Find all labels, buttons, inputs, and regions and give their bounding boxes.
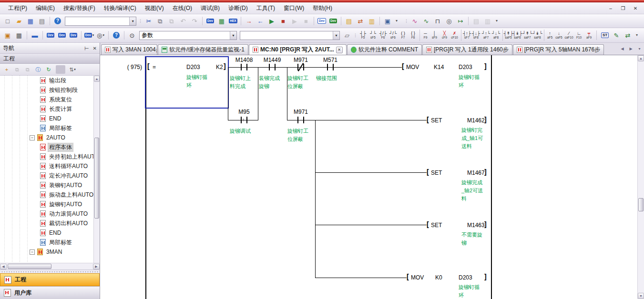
tree-item[interactable]: END	[0, 228, 93, 238]
toolbar-button[interactable]: HEX	[228, 16, 238, 26]
menu-item[interactable]: 帮助(H)	[308, 4, 337, 12]
toolbar-button[interactable]: ?	[111, 30, 122, 40]
toolbar-button[interactable]	[341, 17, 341, 25]
tree-item[interactable]: 系统复位	[0, 95, 93, 104]
contact-m1408[interactable]	[238, 64, 250, 70]
toolbar-button[interactable]: ⊙	[127, 30, 137, 40]
tree-item[interactable]: 裁切出料AUTO	[0, 219, 93, 228]
menu-item[interactable]: 编辑(E)	[31, 4, 59, 12]
toolbar-button[interactable]	[468, 17, 469, 25]
tree-item[interactable]: END	[0, 114, 93, 123]
tree-item[interactable]: 定长冲孔AUTO	[0, 171, 93, 180]
toolbar-button[interactable]: Dev	[328, 16, 338, 26]
scroll-right-icon[interactable]: ▶	[93, 264, 100, 269]
tree-item[interactable]: 动力滚筒AUTO	[0, 209, 93, 219]
editor-tab[interactable]: 软元件/缓冲存储器批量监视-1	[158, 44, 248, 55]
toolbar-button[interactable]: ▥	[367, 16, 377, 26]
tree-item[interactable]: 按钮控制段	[0, 85, 93, 95]
tab-scroll-icon[interactable]: ◀	[619, 45, 626, 52]
toolbar-button[interactable]: ▣	[2, 30, 13, 40]
panel-splitter[interactable]	[0, 269, 100, 273]
tree-hscrollbar-thumb[interactable]	[8, 264, 51, 269]
editor-tab[interactable]: 软元件注释 COMMENT	[347, 44, 422, 55]
toolbar-button[interactable]: ∿	[421, 16, 431, 26]
toolbar-button[interactable]: Dev	[205, 16, 215, 26]
tree-item[interactable]: 送料循环AUTO	[0, 161, 93, 171]
tree-expander-icon[interactable]: −	[30, 249, 35, 255]
ladder-symbol-button[interactable]: ┯aF9	[584, 30, 594, 41]
toolbar-button[interactable]: ✂	[143, 16, 154, 26]
tree-item[interactable]: − 3MAN	[0, 247, 93, 257]
nav-toolbar-button[interactable]: ↻	[44, 65, 53, 74]
combo-dropdown-icon[interactable]: ▼	[230, 31, 236, 40]
nav-toolbar-button[interactable]: ⇅▾	[68, 65, 77, 74]
tab-scroll-icon[interactable]: ▾	[636, 45, 643, 52]
tree-item[interactable]: − 2AUTO	[0, 133, 93, 142]
combo-dropdown-icon[interactable]: ▼	[129, 17, 136, 25]
ladder-symbol-button[interactable]: ┤↟├saF5	[502, 30, 512, 41]
scroll-down-icon[interactable]: ▼	[638, 293, 644, 299]
toolbar-button[interactable]: ✎	[611, 30, 622, 40]
toolbar-button[interactable]: Dev	[45, 30, 56, 40]
navigation-close-icon[interactable]: ✕	[93, 46, 97, 51]
toolbar-button[interactable]: ▰	[14, 16, 24, 26]
tree-item[interactable]: 程序本体	[0, 142, 93, 152]
tree-item[interactable]: 局部标签	[0, 123, 93, 133]
editor-tab[interactable]: MC:N0 [PRG]R 写入 2AUT... ✕	[249, 44, 347, 55]
keyword-combo-input[interactable]	[140, 32, 230, 39]
scroll-up-icon[interactable]: ▲	[638, 55, 644, 61]
toolbar-button[interactable]: ▱	[342, 30, 352, 40]
menu-item[interactable]: 诊断(D)	[224, 4, 252, 12]
toolbar-button[interactable]: Dev	[57, 30, 67, 40]
toolbar-button[interactable]: →	[244, 16, 254, 26]
tree-horizontal-scrollbar[interactable]: ◀ ▶	[0, 263, 100, 269]
toolbar-button[interactable]: ▶	[266, 16, 277, 26]
toolbar-button[interactable]: ▶	[289, 16, 300, 26]
ladder-symbol-button[interactable]: ✗cF10	[450, 30, 460, 41]
tree-item[interactable]: 夹持初始上料AUT	[0, 152, 93, 161]
toolbar-button[interactable]: ↦	[455, 16, 466, 26]
toolbar-button[interactable]: ST	[600, 30, 610, 40]
menu-item[interactable]: 调试(B)	[196, 4, 224, 12]
editor-tab[interactable]: [PRG]R 写入 1通用段 1460步	[422, 44, 512, 55]
ladder-symbol-button[interactable]: ┤↡├saF6	[512, 30, 522, 41]
ladder-symbol-button[interactable]: ┤↑├sF7	[461, 30, 471, 41]
menu-item[interactable]: 在线(O)	[168, 4, 196, 12]
project-combo[interactable]: ▼	[65, 17, 136, 26]
toolbar-button[interactable]	[50, 17, 50, 25]
instruction-set2[interactable]: SET	[431, 169, 442, 176]
toolbar-button[interactable]: ⧉	[166, 16, 177, 26]
menu-item[interactable]: 视图(V)	[141, 4, 168, 12]
nav-view-button[interactable]: 工程	[0, 273, 100, 286]
tree-item[interactable]: 旋铆钉AUTO	[0, 199, 93, 209]
scroll-left-icon[interactable]: ◀	[0, 264, 7, 269]
toolbar-button[interactable]: ↶	[178, 16, 188, 26]
toolbar-button[interactable]	[124, 31, 124, 40]
ladder-symbol-button[interactable]: ┘└sF5	[368, 30, 378, 41]
toolbar-button[interactable]: Dev	[68, 30, 79, 40]
ladder-symbol-button[interactable]: │sF9	[429, 30, 440, 41]
toolbar-button[interactable]	[108, 31, 109, 40]
contact-m971-nc[interactable]	[295, 64, 307, 70]
toolbar-button[interactable]: ▤	[471, 16, 481, 26]
compare-arg2[interactable]: K2	[216, 64, 223, 70]
compare-operator[interactable]: =	[153, 64, 156, 70]
toolbar-button[interactable]	[202, 17, 203, 25]
menu-item[interactable]: 窗口(W)	[279, 4, 308, 12]
ladder-symbol-button[interactable]: ┘↟└saF7	[522, 30, 532, 41]
toolbar-button[interactable]: ▬	[30, 30, 40, 40]
toolbar-button[interactable]	[379, 17, 380, 25]
toolbar-button[interactable]: Dev	[317, 16, 327, 26]
toolbar-button[interactable]: ▣	[382, 16, 393, 26]
ladder-symbol-button[interactable]: { }F8	[408, 30, 418, 41]
toolbar-button[interactable]: ⧉	[155, 16, 165, 26]
device-combo[interactable]: ▼	[240, 31, 340, 40]
ladder-symbol-button[interactable]: ┘/└sF6	[388, 30, 398, 41]
toolbar-button[interactable]: ◎▾	[95, 30, 106, 40]
pin-icon[interactable]: ⊥	[83, 46, 90, 50]
contact-m971-no[interactable]	[295, 117, 307, 123]
editor-tab[interactable]: [PRG]R 写入 5轴MAN 1676步	[513, 44, 604, 55]
toolbar-button[interactable]: ▾	[494, 16, 500, 26]
toolbar-button[interactable]: ←	[255, 16, 266, 26]
ladder-canvas[interactable]: ( 975) [ = D203 K2 ] 旋铆钉循 环 M1408 旋铆钉上 料…	[100, 55, 637, 299]
